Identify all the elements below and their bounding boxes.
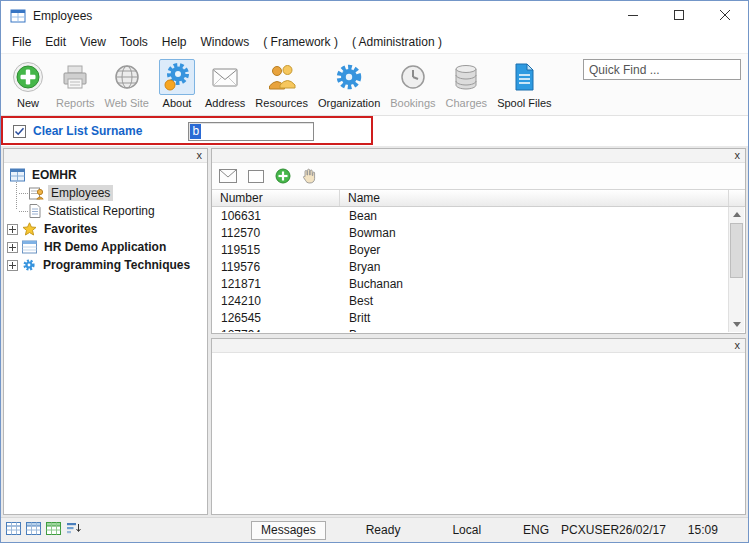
maximize-button[interactable] [656,1,702,31]
scrollbar-thumb[interactable] [730,223,743,278]
menu-item-administration[interactable]: ( Administration ) [345,31,449,53]
table-row[interactable]: 119576Bryan [213,258,728,275]
toolbar-button-address[interactable]: Address [200,59,250,109]
cell-name: Buchanan [341,277,403,291]
table-row[interactable]: 124210Best [213,292,728,309]
expand-plus-icon[interactable] [7,260,18,271]
scroll-down-button[interactable] [729,317,744,332]
form-window-icon [22,240,37,254]
menu-item-help[interactable]: Help [155,31,194,53]
toolbar-button-resources[interactable]: Resources [250,59,313,109]
table-row[interactable]: 121871Buchanan [213,275,728,292]
tree-view: EOMHR Employees Statistical Reporting [4,163,207,274]
tree-node-programming-techniques[interactable]: Programming Techniques [4,256,207,274]
table-row[interactable]: 112570Bowman [213,224,728,241]
toolbar: New Reports Web Site About Address [1,53,748,116]
table-row[interactable]: 119515Boyer [213,241,728,258]
tree-guide-line [16,182,17,209]
toolbar-button-new[interactable]: New [5,59,51,109]
tree-node-label: Programming Techniques [40,257,193,273]
toolbar-button-bookings[interactable]: Bookings [385,59,440,109]
table-view-icon[interactable] [26,522,41,538]
table-row[interactable]: 126545Britt [213,309,728,326]
detail-panel-close-button[interactable]: x [735,338,741,352]
toolbar-button-web-site[interactable]: Web Site [100,59,154,109]
column-header-name[interactable]: Name [340,190,729,206]
cell-name: Bryan [341,260,380,274]
cell-name: Bean [341,209,377,223]
tree-node-employees[interactable]: Employees [4,184,207,202]
expand-plus-icon[interactable] [7,242,18,253]
toolbar-button-about[interactable]: About [154,59,200,109]
status-ready-text: Ready [366,523,401,537]
toolbar-button-reports[interactable]: Reports [51,59,100,109]
status-language-text: ENG [523,523,549,537]
hand-icon[interactable] [302,168,316,184]
tree-node-favorites[interactable]: Favorites [4,220,207,238]
clear-list-checkbox[interactable] [13,125,26,138]
report-document-icon [29,204,41,218]
column-header-number[interactable]: Number [212,190,340,206]
tree-node-label: HR Demo Application [41,239,169,255]
tree-node-label: Favorites [41,221,100,237]
minimize-button[interactable] [610,1,656,31]
menu-item-view[interactable]: View [73,31,113,53]
close-button[interactable] [702,1,748,31]
tree-node-eomhr[interactable]: EOMHR [4,166,207,184]
toolbar-button-charges[interactable]: Charges [441,59,493,109]
table-row[interactable]: 127794Brown [213,326,728,332]
cell-number: 112570 [213,226,341,240]
menu-item-file[interactable]: File [5,31,38,53]
email-icon[interactable] [219,169,237,183]
vertical-scrollbar[interactable] [728,207,744,332]
cell-number: 127794 [213,328,341,333]
surname-input[interactable]: b [188,122,314,141]
status-time-text: 15:09 [688,523,718,537]
tree-node-label: Employees [48,185,113,201]
titlebar: Employees [1,1,748,31]
bookings-icon [395,59,431,95]
expand-plus-icon[interactable] [7,224,18,235]
tree-connector [19,211,28,212]
menu-item-framework[interactable]: ( Framework ) [256,31,345,53]
green-grid-icon[interactable] [46,522,61,538]
cell-name: Brown [341,328,383,333]
employee-list-panel: x Number Name [211,148,746,334]
tree-node-statistical-reporting[interactable]: Statistical Reporting [4,202,207,220]
employees-icon [29,186,44,200]
tree-node-hr-demo-application[interactable]: HR Demo Application [4,238,207,256]
scroll-up-button[interactable] [729,207,744,222]
sort-icon[interactable] [66,522,81,538]
grid-view-icon[interactable] [6,522,21,538]
menubar: File Edit View Tools Help Windows ( Fram… [1,31,748,53]
minimize-icon [628,9,638,23]
list-panel-close-button[interactable]: x [735,148,741,162]
toolbar-label: About [163,97,192,109]
messages-button[interactable]: Messages [251,521,326,540]
column-header-spacer [729,190,745,206]
spool-files-icon [506,59,542,95]
toolbar-button-organization[interactable]: Organization [313,59,385,109]
about-icon [159,59,195,95]
menu-item-windows[interactable]: Windows [194,31,257,53]
navigation-panel-close-button[interactable]: x [197,148,203,162]
cell-number: 119576 [213,260,341,274]
toolbar-button-spool-files[interactable]: Spool Files [492,59,556,109]
menu-item-tools[interactable]: Tools [113,31,155,53]
table-row[interactable]: 106631Bean [213,207,728,224]
menu-item-edit[interactable]: Edit [38,31,73,53]
new-icon [10,59,46,95]
charges-icon [448,59,484,95]
star-icon [22,222,37,236]
cell-name: Bowman [341,226,396,240]
organization-icon [331,59,367,95]
quick-find-input[interactable] [583,59,741,80]
add-record-icon[interactable] [275,168,291,184]
filter-label: Clear List Surname [33,124,142,138]
arrow-down-icon [733,322,741,327]
gear-icon [22,258,36,272]
navigation-panel-header: x [4,149,207,163]
form-icon[interactable] [248,170,264,183]
app-icon [10,8,26,24]
status-user-text: PCXUSER [561,523,619,537]
